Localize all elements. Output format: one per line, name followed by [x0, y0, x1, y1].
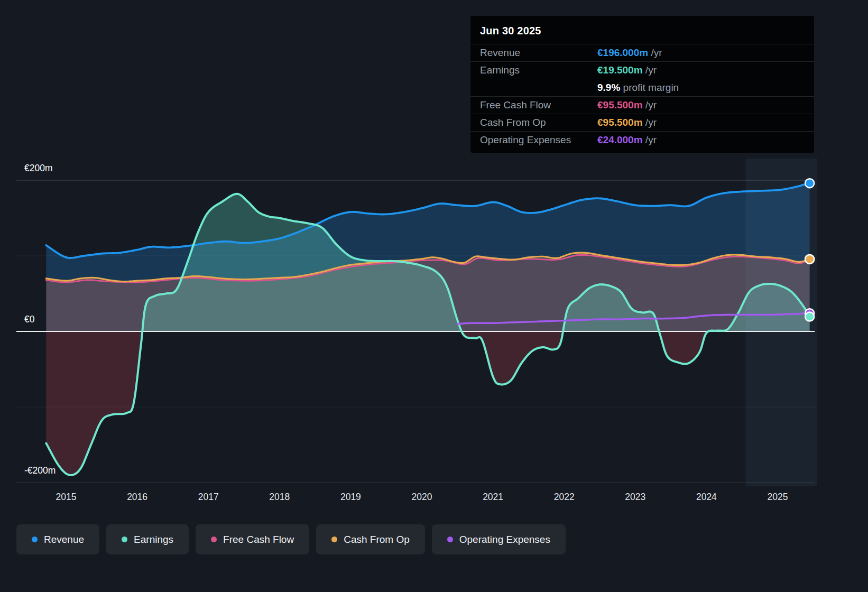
tooltip-row: Free Cash Flow€95.500m /yr	[470, 96, 814, 114]
legend: RevenueEarningsFree Cash FlowCash From O…	[16, 524, 566, 554]
tooltip-rows: Revenue€196.000m /yrEarnings€19.500m /yr…	[470, 44, 814, 149]
svg-text:2015: 2015	[56, 492, 77, 502]
legend-dot-icon	[331, 536, 337, 542]
legend-item-free-cash-flow[interactable]: Free Cash Flow	[196, 524, 309, 554]
legend-label: Earnings	[134, 534, 173, 545]
tooltip-row: Earnings€19.500m /yr	[470, 61, 814, 79]
tooltip-row-label: Free Cash Flow	[480, 99, 597, 111]
tooltip-row: Revenue€196.000m /yr	[470, 44, 814, 61]
tooltip-date: Jun 30 2025	[470, 16, 814, 44]
tooltip-row-value: €19.500m /yr	[597, 64, 657, 76]
svg-text:2018: 2018	[269, 492, 290, 502]
legend-dot-icon	[122, 536, 127, 542]
svg-text:2025: 2025	[768, 492, 788, 502]
legend-label: Cash From Op	[344, 534, 410, 545]
tooltip-row-value: €24.000m /yr	[597, 134, 657, 146]
legend-dot-icon	[447, 536, 453, 542]
svg-text:2022: 2022	[554, 492, 575, 502]
tooltip-row-value: €95.500m /yr	[597, 117, 657, 128]
svg-text:€0: €0	[24, 314, 35, 325]
svg-text:2020: 2020	[412, 492, 432, 502]
svg-text:-€200m: -€200m	[24, 465, 56, 476]
tooltip-row-value: 9.9% profit margin	[597, 82, 679, 94]
tooltip-row-label: Operating Expenses	[480, 134, 597, 146]
legend-item-cash-from-op[interactable]: Cash From Op	[316, 524, 425, 554]
tooltip-row: 9.9% profit margin	[470, 79, 814, 96]
tooltip-row-value: €95.500m /yr	[597, 99, 657, 111]
legend-item-earnings[interactable]: Earnings	[106, 524, 189, 554]
tooltip: Jun 30 2025 Revenue€196.000m /yrEarnings…	[470, 16, 814, 153]
svg-text:2024: 2024	[696, 492, 717, 502]
svg-text:2023: 2023	[625, 492, 645, 502]
legend-item-revenue[interactable]: Revenue	[16, 524, 99, 554]
tooltip-row: Cash From Op€95.500m /yr	[470, 114, 814, 131]
svg-text:2021: 2021	[483, 492, 503, 502]
svg-text:2017: 2017	[198, 492, 219, 502]
svg-text:€200m: €200m	[24, 163, 53, 173]
legend-label: Operating Expenses	[459, 534, 550, 545]
tooltip-row-label: Cash From Op	[480, 117, 597, 128]
legend-dot-icon	[32, 536, 38, 542]
legend-dot-icon	[211, 536, 217, 542]
legend-item-operating-expenses[interactable]: Operating Expenses	[432, 524, 566, 554]
svg-text:2019: 2019	[340, 492, 361, 502]
tooltip-row-value: €196.000m /yr	[597, 47, 662, 59]
tooltip-row-label: Revenue	[480, 47, 597, 59]
page: €200m€0-€200m201520162017201820192020202…	[0, 0, 868, 592]
legend-label: Free Cash Flow	[223, 534, 294, 545]
tooltip-row-label: Earnings	[480, 64, 597, 76]
svg-text:2016: 2016	[127, 492, 147, 502]
tooltip-row: Operating Expenses€24.000m /yr	[470, 131, 814, 149]
legend-label: Revenue	[44, 534, 84, 545]
